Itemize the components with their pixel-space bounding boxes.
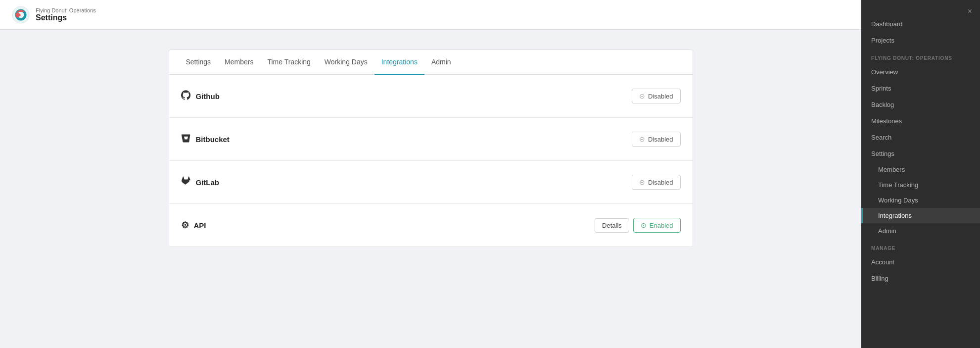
sidebar-subitem-time-tracking[interactable]: Time Tracking — [861, 177, 980, 193]
integration-row-api: ⚙ API Details ⊙ Enabled — [169, 204, 693, 247]
sidebar-item-dashboard[interactable]: Dashboard — [861, 16, 980, 32]
api-status-label: Enabled — [650, 222, 673, 229]
github-icon — [181, 90, 191, 102]
bitbucket-status-label: Disabled — [648, 136, 673, 143]
gitlab-actions: ⊝ Disabled — [632, 175, 681, 190]
api-actions: Details ⊙ Enabled — [595, 218, 680, 233]
bitbucket-toggle-button[interactable]: ⊝ Disabled — [632, 132, 681, 147]
sidebar-subitem-members[interactable]: Members — [861, 162, 980, 177]
sidebar-section-manage: Manage — [861, 239, 980, 254]
integration-name-bitbucket: Bitbucket — [181, 133, 230, 146]
integration-row-bitbucket: Bitbucket ⊝ Disabled — [169, 118, 693, 161]
logo — [12, 6, 30, 24]
top-bar: Flying Donut: Operations Settings — [0, 0, 861, 30]
api-details-button[interactable]: Details — [595, 218, 629, 233]
sidebar-subitem-integrations[interactable]: Integrations — [861, 208, 980, 223]
tab-working-days[interactable]: Working Days — [318, 50, 374, 75]
bitbucket-actions: ⊝ Disabled — [632, 132, 681, 147]
integration-name-github: Github — [181, 90, 220, 102]
tab-admin[interactable]: Admin — [424, 50, 458, 75]
toggle-off-icon: ⊝ — [639, 92, 645, 100]
gitlab-icon — [181, 176, 191, 189]
sidebar-item-search[interactable]: Search — [861, 129, 980, 146]
tabs-bar: Settings Members Time Tracking Working D… — [169, 50, 693, 75]
right-sidebar: × Dashboard Projects Flying Donut: Opera… — [861, 0, 980, 348]
api-toggle-button[interactable]: ⊙ Enabled — [633, 218, 681, 233]
sidebar-item-billing[interactable]: Billing — [861, 270, 980, 287]
title-wrap: Flying Donut: Operations Settings — [36, 7, 96, 22]
sidebar-item-sprints[interactable]: Sprints — [861, 80, 980, 97]
gitlab-status-label: Disabled — [648, 179, 673, 186]
page-title: Settings — [36, 13, 96, 22]
github-label: Github — [196, 92, 220, 100]
api-label: API — [194, 221, 206, 230]
tab-integrations[interactable]: Integrations — [374, 50, 424, 75]
gitlab-label: GitLab — [196, 178, 220, 187]
sidebar-item-overview[interactable]: Overview — [861, 64, 980, 80]
tab-members[interactable]: Members — [218, 50, 260, 75]
integration-row-gitlab: GitLab ⊝ Disabled — [169, 161, 693, 204]
main-area: Flying Donut: Operations Settings Settin… — [0, 0, 861, 348]
settings-card: Settings Members Time Tracking Working D… — [169, 50, 693, 247]
integration-name-api: ⚙ API — [181, 220, 206, 231]
gitlab-toggle-button[interactable]: ⊝ Disabled — [632, 175, 681, 190]
content-area: Settings Members Time Tracking Working D… — [0, 30, 861, 348]
bitbucket-label: Bitbucket — [196, 135, 230, 144]
sidebar-item-projects[interactable]: Projects — [861, 32, 980, 49]
gear-icon: ⚙ — [181, 220, 189, 231]
tab-settings[interactable]: Settings — [179, 50, 218, 75]
sidebar-item-backlog[interactable]: Backlog — [861, 97, 980, 113]
integration-row-github: Github ⊝ Disabled — [169, 75, 693, 118]
integration-name-gitlab: GitLab — [181, 176, 220, 189]
sidebar-item-account[interactable]: Account — [861, 254, 980, 270]
org-name: Flying Donut: Operations — [36, 7, 96, 13]
sidebar-close-button[interactable]: × — [861, 0, 980, 16]
sidebar-item-settings[interactable]: Settings — [861, 146, 980, 162]
sidebar-item-milestones[interactable]: Milestones — [861, 113, 980, 129]
sidebar-subitem-admin[interactable]: Admin — [861, 223, 980, 239]
toggle-off-icon-2: ⊝ — [639, 135, 645, 143]
github-actions: ⊝ Disabled — [632, 89, 681, 103]
sidebar-section-ops: Flying Donut: Operations — [861, 49, 980, 64]
github-toggle-button[interactable]: ⊝ Disabled — [632, 89, 681, 103]
tab-time-tracking[interactable]: Time Tracking — [260, 50, 317, 75]
github-status-label: Disabled — [648, 93, 673, 100]
toggle-off-icon-3: ⊝ — [639, 178, 645, 186]
toggle-on-icon: ⊙ — [641, 221, 647, 229]
bitbucket-icon — [181, 133, 191, 146]
sidebar-subitem-working-days[interactable]: Working Days — [861, 193, 980, 208]
